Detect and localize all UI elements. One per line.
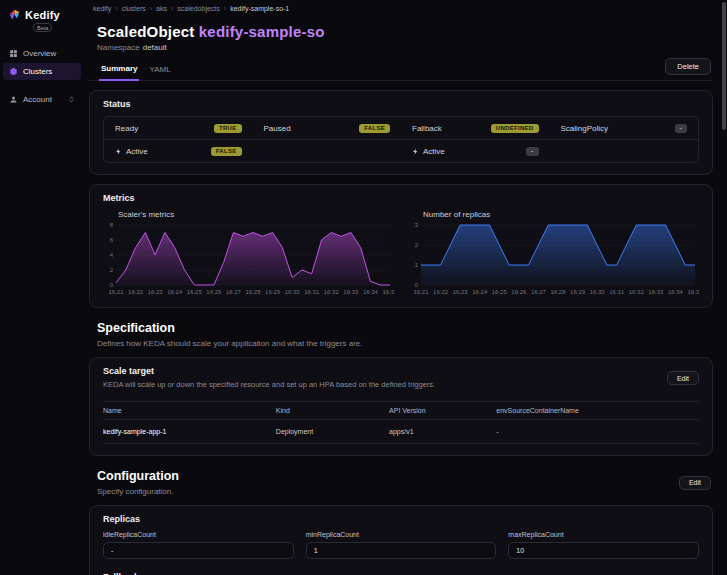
namespace-line: Namespacedefault	[97, 43, 713, 52]
cell-env-source: -	[496, 420, 699, 444]
status-badge: FALSE	[359, 124, 390, 133]
unfold-icon	[68, 96, 75, 103]
column-header-kind: Kind	[276, 402, 389, 420]
status-label: Fallback	[412, 124, 442, 133]
breadcrumb-item[interactable]: scaledobjects	[177, 5, 219, 12]
scale-target-table: Name Kind API Version envSourceContainer…	[103, 401, 699, 444]
svg-text:16:27: 16:27	[226, 289, 242, 295]
status-cell-active-1: Active FALSE	[104, 140, 253, 162]
sidebar-nav: Overview Clusters Account	[0, 45, 84, 108]
charts-container: Scaler's metrics 0246816:2116:2216:2316:…	[103, 208, 699, 296]
svg-text:6: 6	[110, 237, 114, 243]
account-icon	[9, 95, 18, 104]
breadcrumb-separator-icon: ›	[171, 5, 173, 12]
delete-button[interactable]: Delete	[665, 58, 711, 75]
status-badge: TRUE	[214, 124, 242, 133]
svg-text:16:35: 16:35	[382, 289, 394, 295]
status-label: Active	[412, 147, 445, 156]
svg-text:2: 2	[415, 242, 419, 248]
configuration-card: Replicas idleReplicaCount minReplicaCoun…	[89, 505, 713, 575]
edit-scale-target-button[interactable]: Edit	[667, 371, 699, 385]
status-badge: -	[526, 147, 538, 156]
scale-target-description: KEDA will scale up or down the specified…	[103, 380, 533, 389]
svg-text:16:25: 16:25	[492, 289, 508, 295]
status-card: Status Ready TRUE Paused FALSE Fallback …	[89, 90, 713, 175]
configuration-header-texts: Configuration Specify configuration.	[97, 469, 179, 496]
breadcrumb-separator-icon: ›	[150, 5, 152, 12]
specification-section-header: Specification Defines how KEDA should sc…	[97, 321, 713, 348]
svg-text:1: 1	[415, 262, 419, 268]
replicas-chart: Number of replicas 012316:2116:2216:2316…	[408, 208, 699, 296]
sidebar-item-label: Overview	[23, 49, 56, 58]
cell-api-version: apps/v1	[389, 420, 496, 444]
tab-yaml[interactable]: YAML	[147, 60, 172, 80]
column-header-api-version: API Version	[389, 402, 496, 420]
breadcrumb-item[interactable]: aks	[156, 5, 167, 12]
svg-text:2: 2	[110, 267, 114, 273]
svg-text:16:22: 16:22	[433, 289, 449, 295]
status-badge: -	[675, 124, 687, 133]
status-row: Active FALSE Active -	[104, 139, 698, 162]
svg-text:16:28: 16:28	[245, 289, 261, 295]
title-prefix: ScaledObject	[97, 23, 194, 40]
status-label: Paused	[264, 124, 291, 133]
svg-text:16:29: 16:29	[570, 289, 586, 295]
beta-badge: Beta	[33, 23, 52, 32]
column-header-env-source: envSourceContainerName	[496, 402, 699, 420]
svg-text:16:21: 16:21	[108, 289, 124, 295]
metrics-card: Metrics Scaler's metrics 0246816:2116:22…	[89, 184, 713, 308]
sidebar-item-label: Clusters	[23, 67, 52, 76]
idle-replica-count-input[interactable]	[103, 542, 294, 559]
status-heading: Status	[103, 99, 699, 109]
scrollbar[interactable]	[722, 2, 726, 130]
svg-text:16:27: 16:27	[531, 289, 547, 295]
status-box: Ready TRUE Paused FALSE Fallback UNDEFIN…	[103, 116, 699, 163]
svg-text:16:33: 16:33	[648, 289, 664, 295]
svg-text:16:25: 16:25	[187, 289, 203, 295]
sidebar-item-account[interactable]: Account	[3, 91, 81, 108]
namespace-value: default	[143, 43, 167, 52]
breadcrumb-item[interactable]: clusters	[122, 5, 146, 12]
edit-configuration-button[interactable]: Edit	[679, 476, 711, 490]
table-header-row: Name Kind API Version envSourceContainer…	[103, 402, 699, 420]
breadcrumb-separator-icon: ›	[115, 5, 117, 12]
sidebar: Kedify Beta Overview Clusters Acc	[0, 0, 84, 575]
breadcrumb-separator-icon: ›	[224, 5, 226, 12]
svg-text:16:21: 16:21	[413, 289, 429, 295]
page-header: ScaledObject kedify-sample-so Namespaced…	[97, 23, 713, 52]
min-replica-count-input[interactable]	[306, 542, 497, 559]
status-label: Active	[115, 147, 148, 156]
field-label: idleReplicaCount	[103, 531, 294, 538]
sidebar-item-overview[interactable]: Overview	[3, 45, 81, 62]
brand-logo[interactable]: Kedify	[0, 8, 84, 21]
replicas-fields: idleReplicaCount minReplicaCount maxRepl…	[103, 531, 699, 559]
breadcrumb-item[interactable]: kedify	[93, 5, 111, 12]
svg-text:16:22: 16:22	[128, 289, 144, 295]
sidebar-item-clusters[interactable]: Clusters	[3, 63, 81, 80]
chart-title: Scaler's metrics	[118, 210, 394, 219]
svg-text:16:23: 16:23	[148, 289, 164, 295]
scale-target-heading: Scale target	[103, 366, 699, 376]
status-cell-ready: Ready TRUE	[104, 117, 253, 139]
object-name: kedify-sample-so	[199, 23, 325, 40]
configuration-heading: Configuration	[97, 469, 179, 483]
scaler-metrics-chart: Scaler's metrics 0246816:2116:2216:2316:…	[103, 208, 394, 296]
cell-name: kedify-sample-app-1	[103, 420, 276, 444]
svg-text:4: 4	[110, 252, 114, 258]
metrics-heading: Metrics	[103, 193, 699, 203]
status-cell-scalingpolicy: ScalingPolicy -	[550, 117, 699, 139]
replicas-heading: Replicas	[103, 514, 699, 524]
svg-text:16:32: 16:32	[324, 289, 340, 295]
status-cell-active-2: Active -	[401, 140, 550, 162]
status-cell-paused: Paused FALSE	[253, 117, 402, 139]
tab-summary[interactable]: Summary	[99, 59, 139, 81]
status-label: ScalingPolicy	[561, 124, 609, 133]
svg-text:16:26: 16:26	[511, 289, 527, 295]
status-label-text: Active	[423, 147, 445, 156]
max-replica-count-input[interactable]	[508, 542, 699, 559]
cell-kind: Deployment	[276, 420, 389, 444]
kedify-logo-icon	[8, 8, 21, 21]
svg-text:16:24: 16:24	[472, 289, 488, 295]
svg-text:16:26: 16:26	[206, 289, 222, 295]
sidebar-item-label: Account	[23, 95, 52, 104]
